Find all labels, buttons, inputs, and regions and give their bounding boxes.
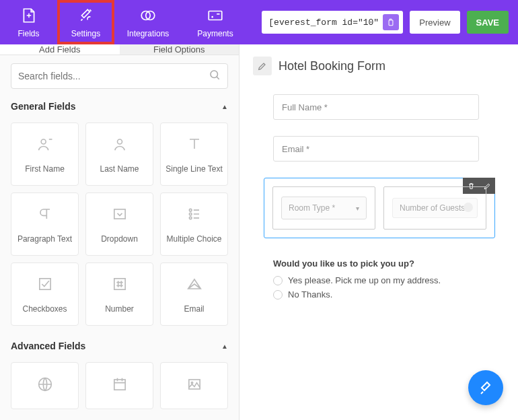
field-label: Single Line Text xyxy=(165,164,223,174)
preview-email-input[interactable]: Email * xyxy=(273,136,479,162)
selected-row-block[interactable]: Room Type * ▾ Number of Guests xyxy=(264,178,495,238)
section-advanced-fields[interactable]: Advanced Fields ▲ xyxy=(0,337,239,357)
section-label: General Fields xyxy=(11,101,75,112)
preview-button[interactable]: Preview xyxy=(410,11,459,34)
radio-icon xyxy=(273,276,283,285)
pickup-question: Would you like us to pick you up? xyxy=(273,258,479,269)
nav-label: Payments xyxy=(197,29,233,38)
sidebar: Add Fields Field Options General Fields … xyxy=(0,44,239,420)
top-nav: Fields Settings Integrations Payments xyxy=(0,0,249,44)
copy-shortcode-button[interactable] xyxy=(383,14,399,30)
fields-icon xyxy=(20,7,38,26)
svg-point-5 xyxy=(211,71,218,78)
field-number[interactable]: Number xyxy=(85,262,153,326)
search-wrap xyxy=(0,55,239,97)
nav-fields[interactable]: Fields xyxy=(0,0,57,44)
num-label-text: Number of Guests xyxy=(400,203,465,213)
radio-option-no[interactable]: No Thanks. xyxy=(273,289,479,300)
svg-point-10 xyxy=(189,213,192,215)
field-dropdown[interactable]: Dropdown xyxy=(85,193,153,256)
paragraph-icon xyxy=(36,205,54,226)
top-bar: Fields Settings Integrations Payments xyxy=(0,0,518,44)
form-preview-panel: Hotel Booking Form Full Name * Email * R… xyxy=(239,44,518,420)
field-label: Paragraph Text xyxy=(17,234,72,244)
field-advanced-image[interactable] xyxy=(160,362,228,409)
tab-field-options[interactable]: Field Options xyxy=(120,44,239,55)
sidebar-tabs: Add Fields Field Options xyxy=(0,44,239,55)
field-first-name[interactable]: First Name xyxy=(11,123,79,186)
topbar-right: Preview SAVE xyxy=(262,11,518,34)
chevron-down-icon: ▾ xyxy=(356,205,359,212)
text-icon xyxy=(185,135,204,156)
field-last-name[interactable]: Last Name xyxy=(85,123,153,186)
checkbox-icon xyxy=(36,275,54,296)
svg-point-3 xyxy=(211,15,213,18)
svg-rect-8 xyxy=(114,209,124,219)
field-label: Checkboxes xyxy=(22,304,67,314)
svg-point-9 xyxy=(189,209,192,211)
chevron-up-icon: ▲ xyxy=(221,103,228,110)
search-box xyxy=(11,63,228,89)
svg-rect-15 xyxy=(114,380,124,390)
svg-rect-13 xyxy=(114,279,124,289)
person-icon xyxy=(36,135,54,156)
close-icon[interactable] xyxy=(464,203,473,212)
radio-option-yes[interactable]: Yes please. Pick me up on my address. xyxy=(273,275,479,285)
nav-integrations[interactable]: Integrations xyxy=(114,0,182,44)
preview-full-name-input[interactable]: Full Name * xyxy=(273,94,479,120)
nav-label: Fields xyxy=(17,29,39,38)
field-advanced-website[interactable] xyxy=(11,362,79,409)
preview-room-type-field[interactable]: Room Type * ▾ xyxy=(272,186,375,230)
help-fab-button[interactable] xyxy=(468,370,503,405)
svg-rect-2 xyxy=(209,11,222,20)
number-guests-label[interactable]: Number of Guests xyxy=(392,198,478,218)
nav-payments[interactable]: Payments xyxy=(182,0,249,44)
preview-number-guests-field[interactable]: Number of Guests xyxy=(383,186,486,230)
chevron-up-icon: ▲ xyxy=(221,343,228,350)
svg-point-11 xyxy=(189,217,192,219)
field-paragraph-text[interactable]: Paragraph Text xyxy=(11,193,79,256)
shortcode-input[interactable] xyxy=(268,18,379,28)
field-label: Multiple Choice xyxy=(166,234,221,244)
search-icon xyxy=(209,69,221,83)
svg-point-6 xyxy=(41,139,46,144)
field-label: Email xyxy=(184,304,204,314)
payments-icon xyxy=(207,7,224,26)
field-single-line-text[interactable]: Single Line Text xyxy=(160,123,228,186)
field-email[interactable]: Email xyxy=(160,262,228,326)
radio-label: No Thanks. xyxy=(288,289,332,300)
field-label: Dropdown xyxy=(101,234,138,244)
field-label: Last Name xyxy=(100,164,139,174)
search-input[interactable] xyxy=(18,71,209,81)
integrations-icon xyxy=(139,7,157,26)
radio-label: Yes please. Pick me up on my address. xyxy=(288,275,441,285)
room-type-dropdown[interactable]: Room Type * ▾ xyxy=(281,197,367,219)
image-icon xyxy=(185,375,204,396)
multiple-choice-icon xyxy=(185,205,204,226)
nav-settings[interactable]: Settings xyxy=(57,0,114,44)
section-general-fields[interactable]: General Fields ▲ xyxy=(0,97,239,117)
field-advanced-date[interactable] xyxy=(85,362,153,409)
field-checkboxes[interactable]: Checkboxes xyxy=(11,262,79,326)
edit-title-button[interactable] xyxy=(253,57,272,75)
svg-rect-4 xyxy=(389,20,393,26)
general-fields-grid: First Name Last Name Single Line Text Pa… xyxy=(0,117,239,337)
save-button[interactable]: SAVE xyxy=(467,11,509,34)
form-title[interactable]: Hotel Booking Form xyxy=(279,59,385,73)
settings-icon xyxy=(77,7,95,26)
section-label: Advanced Fields xyxy=(11,341,85,351)
dropdown-icon xyxy=(110,205,129,226)
nav-label: Integrations xyxy=(127,29,170,38)
svg-point-17 xyxy=(191,382,192,384)
number-icon xyxy=(110,275,129,296)
advanced-fields-grid xyxy=(0,357,239,420)
svg-rect-12 xyxy=(39,279,50,289)
field-multiple-choice[interactable]: Multiple Choice xyxy=(160,193,228,256)
field-label: First Name xyxy=(25,164,65,174)
main: Add Fields Field Options General Fields … xyxy=(0,44,518,420)
tab-add-fields[interactable]: Add Fields xyxy=(0,44,120,55)
nav-label: Settings xyxy=(71,29,100,38)
email-icon xyxy=(185,275,204,296)
person-icon xyxy=(110,135,129,156)
svg-point-7 xyxy=(117,139,122,144)
